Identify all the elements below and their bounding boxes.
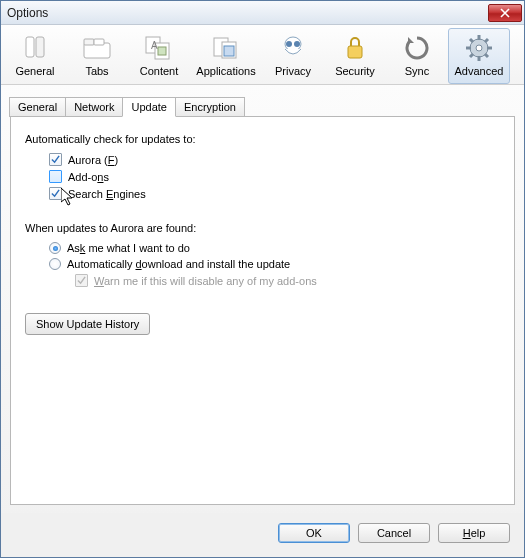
category-applications[interactable]: Applications — [190, 28, 262, 84]
sync-icon — [401, 32, 433, 64]
svg-point-14 — [294, 41, 300, 47]
options-dialog: Options General Tabs A Content — [0, 0, 525, 558]
update-panel: Automatically check for updates to: Auro… — [10, 117, 515, 505]
svg-line-25 — [470, 54, 473, 57]
applications-icon — [210, 32, 242, 64]
subtab-update[interactable]: Update — [122, 97, 175, 117]
svg-point-17 — [476, 45, 482, 51]
subtab-general[interactable]: General — [9, 97, 66, 117]
checkbox-icon — [49, 153, 62, 166]
check-label: Warn me if this will disable any of my a… — [94, 275, 317, 287]
svg-rect-4 — [94, 39, 104, 45]
checkbox-icon — [49, 170, 62, 183]
lock-icon — [339, 32, 371, 64]
found-label: When updates to Aurora are found: — [25, 222, 500, 234]
checkbox-icon — [75, 274, 88, 287]
checkbox-icon — [49, 187, 62, 200]
close-button[interactable] — [488, 4, 522, 22]
window-title: Options — [7, 6, 48, 20]
close-icon — [500, 8, 510, 18]
titlebar: Options — [1, 1, 524, 25]
category-advanced[interactable]: Advanced — [448, 28, 510, 84]
category-sync[interactable]: Sync — [386, 28, 448, 84]
svg-rect-15 — [348, 46, 362, 58]
switch-icon — [19, 32, 51, 64]
category-toolbar: General Tabs A Content Applications Priv… — [1, 25, 524, 85]
radio-icon — [49, 242, 61, 254]
check-label: Add-ons — [68, 171, 109, 183]
dialog-button-row: OK Cancel Help — [1, 513, 524, 557]
category-label: General — [15, 65, 54, 77]
category-security[interactable]: Security — [324, 28, 386, 84]
subtab-bar: General Network Update Encryption — [1, 85, 524, 117]
radio-label: Automatically download and install the u… — [67, 258, 290, 270]
category-label: Security — [335, 65, 375, 77]
svg-line-23 — [485, 54, 488, 57]
ok-button[interactable]: OK — [278, 523, 350, 543]
category-label: Tabs — [85, 65, 108, 77]
check-aurora[interactable]: Aurora (F) — [49, 153, 500, 166]
svg-rect-3 — [84, 39, 94, 45]
auto-check-label: Automatically check for updates to: — [25, 133, 500, 145]
check-label: Search Engines — [68, 188, 146, 200]
check-addons[interactable]: Add-ons — [49, 170, 500, 183]
radio-ask[interactable]: Ask me what I want to do — [49, 242, 500, 254]
svg-rect-11 — [224, 46, 234, 56]
category-general[interactable]: General — [4, 28, 66, 84]
radio-auto-download[interactable]: Automatically download and install the u… — [49, 258, 500, 270]
svg-rect-1 — [36, 37, 44, 57]
check-warn-addons: Warn me if this will disable any of my a… — [75, 274, 500, 287]
tabs-icon — [81, 32, 113, 64]
category-label: Privacy — [275, 65, 311, 77]
help-button[interactable]: Help — [438, 523, 510, 543]
subtab-network[interactable]: Network — [65, 97, 123, 117]
category-label: Content — [140, 65, 179, 77]
category-content[interactable]: A Content — [128, 28, 190, 84]
svg-line-22 — [470, 39, 473, 42]
privacy-icon — [277, 32, 309, 64]
show-update-history-button[interactable]: Show Update History — [25, 313, 150, 335]
svg-line-24 — [485, 39, 488, 42]
cancel-button[interactable]: Cancel — [358, 523, 430, 543]
category-tabs[interactable]: Tabs — [66, 28, 128, 84]
category-privacy[interactable]: Privacy — [262, 28, 324, 84]
svg-point-13 — [286, 41, 292, 47]
svg-text:A: A — [151, 40, 158, 51]
svg-rect-8 — [158, 47, 166, 55]
check-label: Aurora (F) — [68, 154, 118, 166]
gear-icon — [463, 32, 495, 64]
radio-icon — [49, 258, 61, 270]
svg-rect-0 — [26, 37, 34, 57]
check-search-engines[interactable]: Search Engines — [49, 187, 500, 200]
content-icon: A — [143, 32, 175, 64]
category-label: Advanced — [455, 65, 504, 77]
subtab-encryption[interactable]: Encryption — [175, 97, 245, 117]
category-label: Applications — [196, 65, 255, 77]
category-label: Sync — [405, 65, 429, 77]
radio-label: Ask me what I want to do — [67, 242, 190, 254]
